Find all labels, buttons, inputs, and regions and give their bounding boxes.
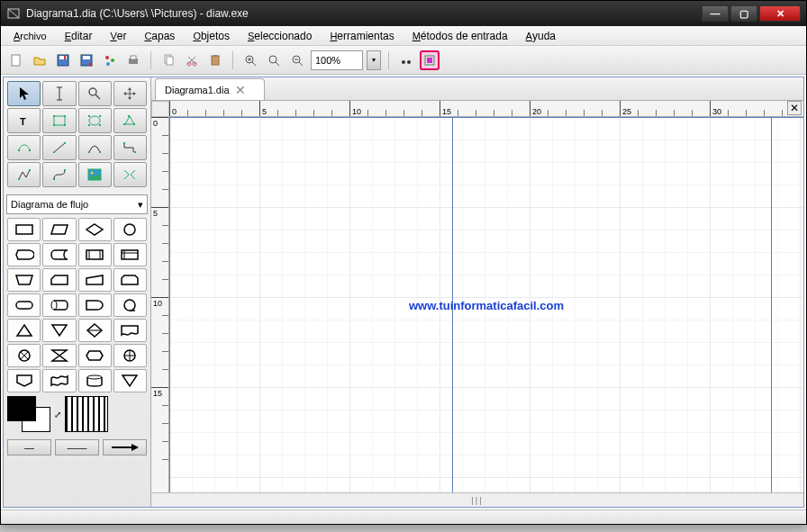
horizontal-scrollbar[interactable]: ||| [151, 492, 803, 507]
svg-rect-47 [99, 124, 101, 126]
menu-seleccionado[interactable]: Seleccionado [240, 28, 319, 44]
svg-rect-54 [53, 151, 55, 153]
open-file-button[interactable] [30, 50, 50, 70]
shape-sequential[interactable] [113, 293, 147, 317]
color-picker[interactable] [7, 396, 50, 432]
drawing-canvas[interactable]: www.tuinformaticafacil.com [169, 117, 803, 492]
menu-capas[interactable]: Capas [137, 28, 182, 44]
box-tool[interactable] [42, 108, 76, 133]
shape-decision[interactable] [78, 218, 112, 241]
shape-category-combo[interactable]: Diagrama de flujo ▾ [6, 194, 148, 214]
svg-point-8 [105, 56, 109, 59]
swap-colors-icon[interactable]: ⤢ [54, 410, 61, 419]
page-boundary [771, 117, 772, 492]
minimize-button[interactable]: — [702, 5, 729, 22]
shape-stored-data[interactable] [42, 243, 76, 266]
shape-direct-data[interactable] [42, 293, 76, 317]
magnify-tool[interactable] [78, 81, 112, 106]
shape-tape[interactable] [42, 369, 76, 392]
copy-button[interactable] [159, 50, 178, 70]
menu-objetos[interactable]: Objetos [186, 28, 237, 44]
polyline-tool[interactable] [7, 162, 41, 187]
shape-card[interactable] [42, 268, 76, 292]
new-file-button[interactable] [6, 50, 26, 70]
line-start-style[interactable]: — [7, 439, 51, 455]
fill-pattern[interactable] [65, 396, 108, 432]
snap-grid-button[interactable] [396, 50, 416, 70]
outline-tool[interactable] [113, 162, 147, 187]
window-title: Diagrama1.dia (C:\Users\ \Pictures) - di… [26, 7, 702, 20]
export-button[interactable] [100, 50, 120, 70]
svg-point-67 [124, 224, 135, 235]
shape-document[interactable] [113, 319, 147, 342]
ellipse-tool[interactable] [78, 108, 112, 133]
print-button[interactable] [123, 50, 143, 70]
menubar: Archivo Editar Ver Capas Objetos Selecci… [1, 26, 806, 46]
color-controls: ⤢ [4, 392, 150, 436]
menu-archivo[interactable]: Archivo [6, 28, 54, 44]
text-edit-tool[interactable] [42, 81, 76, 106]
shape-or[interactable] [113, 344, 147, 367]
zoom-dropdown[interactable]: ▾ [367, 50, 381, 70]
text-tool[interactable]: T [7, 108, 41, 133]
shape-sort[interactable] [78, 319, 112, 342]
shape-merge[interactable] [42, 319, 76, 342]
tab-diagrama1[interactable]: Diagrama1.dia ✕ [155, 78, 265, 100]
menu-ver[interactable]: Ver [103, 28, 133, 44]
shape-connector[interactable] [113, 218, 147, 241]
menu-editar[interactable]: Editar [58, 28, 100, 44]
arc-tool[interactable] [78, 135, 112, 160]
shape-database[interactable] [78, 369, 112, 392]
zoom-input[interactable]: 100% [311, 50, 363, 70]
shape-delay[interactable] [78, 293, 112, 317]
menu-ayuda[interactable]: Ayuda [519, 28, 563, 44]
zoom-in-button[interactable] [240, 50, 260, 70]
line-mid-style[interactable]: —— [55, 439, 99, 455]
zoom-fit-button[interactable] [264, 50, 284, 70]
beziergon-tool[interactable] [7, 135, 41, 160]
app-window: Diagrama1.dia (C:\Users\ \Pictures) - di… [0, 0, 807, 525]
shape-collate[interactable] [42, 344, 76, 367]
image-tool[interactable] [78, 162, 112, 187]
line-end-controls: — —— [4, 436, 150, 459]
snap-object-button[interactable] [420, 50, 440, 70]
page-boundary [169, 117, 170, 492]
shape-terminal[interactable] [7, 293, 41, 317]
close-view-button[interactable]: ✕ [787, 101, 802, 115]
close-button[interactable]: ✕ [759, 5, 801, 22]
menu-herramientas[interactable]: Herramientas [322, 28, 401, 44]
polygon-tool[interactable] [113, 108, 147, 133]
shape-parallelogram[interactable] [42, 218, 76, 241]
svg-rect-39 [53, 115, 55, 117]
line-tool[interactable] [42, 135, 76, 160]
shape-manual-op[interactable] [7, 268, 41, 292]
bezier-tool[interactable] [42, 162, 76, 187]
shape-display[interactable] [7, 243, 41, 266]
zoom-out-button[interactable] [287, 50, 307, 70]
shape-preparation[interactable] [78, 344, 112, 367]
shape-extract[interactable] [7, 319, 41, 342]
shape-process[interactable] [7, 218, 41, 241]
menu-metodos[interactable]: Métodos de entrada [405, 28, 515, 44]
tab-close-icon[interactable]: ✕ [235, 83, 246, 97]
svg-rect-58 [123, 142, 125, 144]
pointer-tool[interactable] [7, 81, 41, 106]
shape-loop-limit[interactable] [113, 268, 147, 292]
save-as-button[interactable] [77, 50, 96, 70]
paste-button[interactable] [205, 50, 225, 70]
scroll-tool[interactable] [113, 81, 147, 106]
line-end-style[interactable] [103, 439, 147, 455]
svg-rect-46 [88, 124, 90, 126]
shape-internal-storage[interactable] [113, 243, 147, 266]
shape-summing[interactable] [7, 344, 41, 367]
svg-rect-66 [16, 225, 32, 234]
zigzag-tool[interactable] [113, 135, 147, 160]
maximize-button[interactable]: ▢ [730, 5, 757, 22]
cut-button[interactable] [182, 50, 202, 70]
save-button[interactable] [53, 50, 73, 70]
shape-offpage[interactable] [7, 369, 41, 392]
fg-color[interactable] [7, 396, 36, 421]
shape-predefined[interactable] [78, 243, 112, 266]
shape-manual-input[interactable] [78, 268, 112, 292]
shape-merge2[interactable] [113, 369, 147, 392]
